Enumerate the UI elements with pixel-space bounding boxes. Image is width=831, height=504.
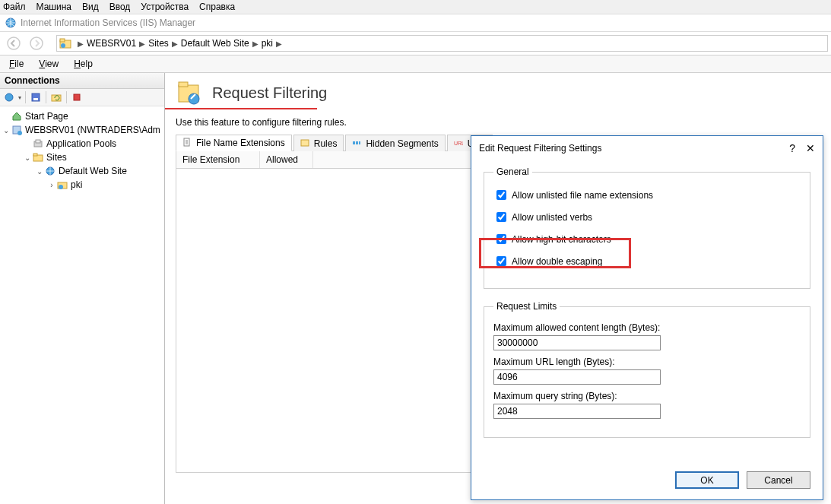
tree-app-pools[interactable]: Application Pools — [2, 137, 163, 151]
home-icon — [11, 110, 23, 122]
app-menubar: File View Help — [0, 55, 831, 73]
chevron-right-icon: ▶ — [252, 40, 258, 48]
check-unlisted-verbs[interactable]: Allow unlisted verbs — [493, 210, 801, 224]
close-button[interactable]: ✕ — [806, 142, 815, 154]
breadcrumb-sites[interactable]: Sites — [148, 38, 169, 49]
page-title: Request Filtering — [212, 84, 327, 102]
folder-icon — [59, 37, 71, 49]
help-button[interactable]: ? — [789, 142, 795, 154]
stop-icon[interactable] — [71, 91, 83, 103]
host-menubar: Файл Машина Вид Ввод Устройства Справка — [0, 0, 831, 14]
menu-input[interactable]: Ввод — [109, 2, 131, 12]
checkbox-highbit[interactable] — [496, 234, 506, 244]
col-allowed[interactable]: Allowed — [260, 151, 313, 168]
refresh-folder-icon[interactable] — [50, 91, 62, 103]
site-icon — [44, 165, 56, 177]
svg-text:URL: URL — [454, 141, 463, 146]
hidden-icon — [352, 138, 363, 149]
svg-rect-8 — [33, 98, 38, 100]
svg-point-1 — [8, 37, 20, 49]
svg-rect-27 — [359, 141, 360, 144]
tab-rules[interactable]: Rules — [293, 135, 344, 151]
dialog-title-text: Edit Request Filtering Settings — [479, 143, 789, 154]
label-max-query: Maximum query string (Bytes): — [493, 391, 801, 401]
collapse-icon[interactable]: ⌄ — [23, 154, 32, 162]
chevron-down-icon[interactable]: ▾ — [18, 94, 21, 101]
svg-point-6 — [5, 94, 13, 101]
menu-devices[interactable]: Устройства — [141, 2, 189, 12]
tab-file-extensions[interactable]: File Name Extensions — [176, 135, 292, 151]
file-ext-icon — [182, 138, 193, 148]
input-max-query[interactable] — [493, 404, 661, 419]
svg-rect-25 — [353, 141, 355, 144]
svg-point-2 — [30, 37, 43, 49]
general-group: General Allow unlisted file name extensi… — [484, 166, 810, 289]
tree-server[interactable]: ⌄ WEBSRV01 (NWTRADERS\Adm — [2, 123, 163, 137]
svg-point-19 — [59, 185, 63, 189]
connections-title: Connections — [0, 73, 164, 89]
breadcrumb-bar[interactable]: ▶ WEBSRV01 ▶ Sites ▶ Default Web Site ▶ … — [56, 35, 828, 52]
app-title: Internet Information Services (IIS) Mana… — [21, 17, 195, 28]
tree-pki[interactable]: › pki — [2, 178, 163, 192]
tab-hidden-segments[interactable]: Hidden Segments — [345, 135, 445, 151]
svg-rect-14 — [36, 140, 40, 143]
connections-panel: Connections ▾ Start Page ⌄ WEBSRV01 (NWT… — [0, 73, 165, 504]
check-double-escaping[interactable]: Allow double escaping — [493, 254, 801, 268]
sites-folder-icon — [32, 151, 44, 163]
checkbox-unlisted-ext[interactable] — [496, 190, 506, 200]
checkbox-double-escaping[interactable] — [496, 256, 506, 266]
collapse-icon[interactable]: ⌄ — [35, 167, 44, 176]
annotation-underline — [165, 108, 317, 109]
nav-forward-button[interactable] — [26, 34, 47, 52]
svg-rect-26 — [356, 141, 358, 144]
tree-start-page[interactable]: Start Page — [2, 109, 163, 123]
svg-rect-21 — [179, 82, 188, 87]
col-file-extension[interactable]: File Extension — [176, 151, 260, 168]
limits-group: Request Limits Maximum allowed content l… — [484, 301, 810, 438]
limits-legend: Request Limits — [493, 301, 560, 312]
iis-app-icon — [5, 17, 17, 29]
cancel-button[interactable]: Cancel — [747, 471, 810, 489]
rules-icon — [300, 138, 311, 149]
chevron-right-icon: ▶ — [78, 40, 84, 48]
menu-file[interactable]: File — [9, 59, 24, 69]
save-icon[interactable] — [30, 91, 42, 103]
input-max-url[interactable] — [493, 369, 661, 385]
edit-filtering-dialog: Edit Request Filtering Settings ? ✕ Gene… — [471, 135, 823, 500]
general-legend: General — [493, 166, 532, 177]
tree-sites[interactable]: ⌄ Sites — [2, 151, 163, 164]
breadcrumb-site[interactable]: Default Web Site — [181, 38, 249, 49]
expand-icon[interactable]: › — [47, 181, 56, 189]
connections-toolbar: ▾ — [0, 89, 164, 106]
menu-view[interactable]: View — [39, 59, 59, 69]
chevron-right-icon: ▶ — [172, 40, 178, 48]
svg-point-12 — [17, 131, 22, 135]
input-max-content[interactable] — [493, 335, 661, 350]
request-filtering-icon — [176, 79, 203, 106]
tree-default-site[interactable]: ⌄ Default Web Site — [2, 164, 163, 178]
svg-rect-4 — [60, 39, 65, 42]
menu-view[interactable]: Вид — [82, 2, 99, 12]
menu-help[interactable]: Help — [74, 59, 93, 69]
menu-machine[interactable]: Машина — [36, 2, 71, 12]
svg-rect-16 — [33, 154, 37, 156]
label-max-url: Maximum URL length (Bytes): — [493, 357, 801, 367]
chevron-right-icon: ▶ — [139, 40, 145, 48]
menu-file[interactable]: Файл — [3, 2, 26, 12]
app-pool-icon — [32, 138, 44, 150]
check-unlisted-ext[interactable]: Allow unlisted file name extensions — [493, 188, 801, 202]
feature-description: Use this feature to configure filtering … — [176, 117, 820, 128]
ok-button[interactable]: OK — [675, 471, 739, 489]
breadcrumb-server[interactable]: WEBSRV01 — [87, 38, 136, 49]
check-highbit[interactable]: Allow high-bit characters — [493, 232, 801, 246]
nav-back-button[interactable] — [3, 34, 24, 52]
checkbox-unlisted-verbs[interactable] — [496, 212, 506, 222]
app-titlebar: Internet Information Services (IIS) Mana… — [0, 14, 831, 32]
menu-help[interactable]: Справка — [199, 2, 235, 12]
connect-icon[interactable] — [3, 91, 15, 103]
server-icon — [11, 124, 23, 136]
dialog-titlebar: Edit Request Filtering Settings ? ✕ — [471, 136, 823, 160]
breadcrumb-app[interactable]: pki — [262, 38, 273, 49]
collapse-icon[interactable]: ⌄ — [2, 126, 11, 135]
connections-tree: Start Page ⌄ WEBSRV01 (NWTRADERS\Adm App… — [0, 106, 164, 195]
